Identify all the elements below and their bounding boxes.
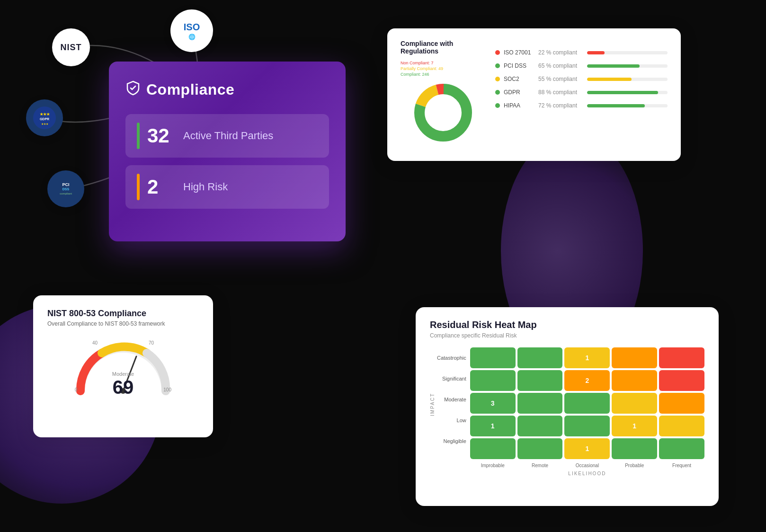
heatmap-cell	[612, 370, 657, 391]
iso-badge-label: ISO	[184, 22, 200, 33]
legend-name: ISO 27001	[504, 49, 534, 56]
nist-badge: NIST	[52, 28, 90, 66]
nist-card-title: NIST 800-53 Compliance	[47, 309, 199, 319]
stat-card-high-risk: 2 High Risk	[125, 165, 329, 209]
heatmap-cell	[470, 438, 516, 459]
legend-pct: 88 % compliant	[538, 89, 583, 96]
heatmap-x-label: Improbable	[470, 463, 516, 468]
legend-bar-fill	[587, 51, 605, 54]
heatmap-cell: 1	[564, 347, 610, 368]
svg-text:★★★: ★★★	[40, 112, 50, 116]
heatmap-cell: 3	[470, 393, 516, 414]
legend-dot	[495, 103, 500, 108]
non-compliant-label: Non Compliant: 7	[401, 61, 486, 65]
gauge-tick-0: 0	[75, 387, 78, 392]
legend-dot	[495, 63, 500, 68]
iso-globe-icon: 🌐	[188, 34, 196, 40]
pcidss-badge: PCI DSS compliant	[47, 170, 84, 207]
heatmap-x-label: Probable	[612, 463, 657, 468]
legend-pct: 55 % compliant	[538, 76, 583, 82]
heatmap-y-label: Significant	[442, 368, 466, 389]
heatmap-cell	[564, 416, 610, 436]
scene: NIST ISO 🌐 ★★★ GDPR ★★★ PCI DSS complian…	[0, 0, 766, 532]
heatmap-cell	[517, 416, 563, 436]
gauge-value: Moderate 69	[112, 371, 134, 398]
legend-name: SOC2	[504, 76, 534, 82]
iso-badge: ISO 🌐	[170, 9, 213, 52]
heatmap-cell	[517, 347, 563, 368]
heatmap-cell	[659, 416, 704, 436]
shield-icon	[125, 80, 141, 99]
heatmap-y-label: Negligible	[443, 431, 466, 452]
heatmap-cell	[517, 370, 563, 391]
heatmap-y-label: Catastrophic	[437, 347, 466, 368]
heatmap-cell: 1	[564, 438, 610, 459]
legend-bar-fill	[587, 78, 632, 81]
heatmap-cell	[659, 393, 704, 414]
legend-bar-bg	[587, 104, 668, 107]
stat-label-active: Active Third Parties	[183, 130, 273, 142]
heatmap-y-label: Moderate	[444, 389, 466, 410]
heatmap-cell	[517, 393, 563, 414]
compliant-label: Compliant: 246	[401, 72, 486, 77]
nist-compliance-card: NIST 800-53 Compliance Overall Complianc…	[33, 295, 213, 437]
heatmap-grid: 123111	[470, 347, 704, 459]
partially-label: Partially Compliant: 49	[401, 66, 486, 71]
svg-text:★★★: ★★★	[41, 123, 48, 125]
heatmap-cell	[470, 347, 516, 368]
legend-name: GDPR	[504, 89, 534, 96]
legend-item: SOC2 55 % compliant	[495, 76, 668, 82]
svg-text:PCI: PCI	[62, 182, 69, 187]
stat-number-2: 2	[147, 176, 176, 198]
monitor-title: Compliance	[146, 81, 234, 98]
legend-bar-bg	[587, 91, 668, 94]
stat-card-active-parties: 32 Active Third Parties	[125, 114, 329, 158]
heatmap-x-label: Occasional	[564, 463, 610, 468]
legend-bar-bg	[587, 64, 668, 68]
gdpr-badge: ★★★ GDPR ★★★	[26, 99, 63, 136]
pcidss-logo-icon: PCI DSS compliant	[52, 175, 80, 203]
svg-text:GDPR: GDPR	[40, 117, 49, 121]
legend-bar-bg	[587, 51, 668, 54]
legend-name: HIPAA	[504, 102, 534, 109]
heatmap-card: Residual Risk Heat Map Compliance specif…	[416, 307, 719, 506]
heatmap-cell: 2	[564, 370, 610, 391]
heatmap-subtitle: Compliance specific Residual Risk	[430, 332, 704, 339]
legend-dot	[495, 77, 500, 81]
donut-chart	[410, 80, 476, 146]
legend-item: HIPAA 72 % compliant	[495, 102, 668, 109]
likelihood-axis-label: LIKELIHOOD	[470, 471, 704, 476]
y-axis: CatastrophicSignificantModerateLowNeglig…	[437, 347, 470, 462]
legend-item: PCI DSS 65 % compliant	[495, 62, 668, 69]
heatmap-cell: 1	[470, 416, 516, 436]
x-labels: ImprobableRemoteOccasionalProbableFreque…	[470, 463, 704, 468]
legend-bar-fill	[587, 104, 645, 107]
stat-accent-green	[137, 123, 140, 149]
heatmap-cell	[564, 393, 610, 414]
heatmap-cell	[612, 393, 657, 414]
legend-dot	[495, 50, 500, 55]
legend-section: ISO 27001 22 % compliant PCI DSS 65 % co…	[495, 40, 668, 150]
legend-pct: 72 % compliant	[538, 102, 583, 109]
heatmap-axis-row: IMPACT CatastrophicSignificantModerateLo…	[430, 347, 704, 476]
y-axis-wrapper: IMPACT CatastrophicSignificantModerateLo…	[430, 347, 470, 462]
compliance-monitor: Compliance 32 Active Third Parties 2 Hig…	[109, 62, 346, 241]
gdpr-flag-icon: ★★★ GDPR ★★★	[33, 106, 56, 130]
compliance-regulations-card: Compliance with Regulations Non Complian…	[387, 28, 681, 161]
nist-badge-label: NIST	[60, 43, 81, 53]
heatmap-cell: 1	[612, 416, 657, 436]
legend-pct: 65 % compliant	[538, 62, 583, 69]
legend-bar-fill	[587, 64, 640, 68]
heatmap-y-label: Low	[457, 410, 466, 431]
svg-text:DSS: DSS	[62, 187, 70, 191]
compliance-card-title: Compliance with Regulations	[401, 40, 486, 55]
gauge-tick-100: 100	[163, 387, 171, 392]
stat-accent-orange	[137, 174, 140, 200]
heatmap-title: Residual Risk Heat Map	[430, 319, 704, 330]
legend-bar-fill	[587, 91, 658, 94]
heatmap-cell	[517, 438, 563, 459]
heatmap-cell	[612, 438, 657, 459]
heatmap-cell	[470, 370, 516, 391]
gauge-moderate-label: Moderate	[112, 371, 134, 377]
nist-card-subtitle: Overall Compliance to NIST 800-53 framew…	[47, 320, 199, 327]
